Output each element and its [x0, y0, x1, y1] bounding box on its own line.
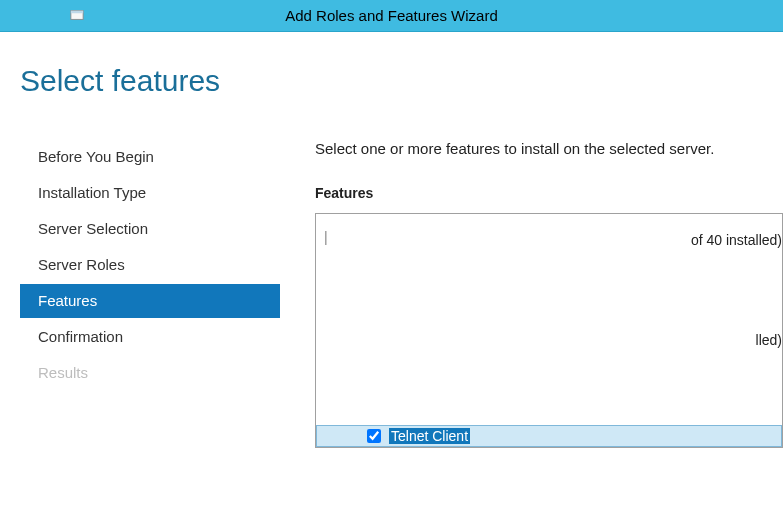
feature-label-telnet-client: Telnet Client: [389, 428, 470, 444]
window-title: Add Roles and Features Wizard: [285, 7, 498, 24]
sidebar-item-label: Confirmation: [38, 328, 123, 345]
sidebar-item-features[interactable]: Features: [20, 284, 280, 318]
sidebar-item-results: Results: [20, 356, 280, 390]
app-icon: [70, 8, 84, 22]
sidebar-item-confirmation[interactable]: Confirmation: [20, 320, 280, 354]
installed-status-fragment: lled): [756, 332, 782, 348]
feature-row-telnet-client[interactable]: Telnet Client: [316, 425, 782, 447]
svg-rect-1: [71, 11, 83, 14]
sidebar-item-label: Features: [38, 292, 97, 309]
text-caret-indicator: |: [324, 230, 328, 244]
wizard-steps-sidebar: Before You Begin Installation Type Serve…: [0, 140, 280, 448]
sidebar-item-before-you-begin[interactable]: Before You Begin: [20, 140, 280, 174]
sidebar-item-label: Installation Type: [38, 184, 146, 201]
feature-checkbox-telnet-client[interactable]: [367, 429, 381, 443]
main-panel: Select one or more features to install o…: [280, 140, 783, 448]
instruction-text: Select one or more features to install o…: [315, 140, 783, 157]
titlebar: Add Roles and Features Wizard: [0, 0, 783, 32]
sidebar-item-label: Results: [38, 364, 88, 381]
sidebar-item-installation-type[interactable]: Installation Type: [20, 176, 280, 210]
features-heading: Features: [315, 185, 783, 201]
features-listbox[interactable]: | of 40 installed) lled) | Telnet Client: [315, 213, 783, 448]
installed-count-fragment: of 40 installed): [691, 232, 782, 248]
sidebar-item-label: Before You Begin: [38, 148, 154, 165]
sidebar-item-server-roles[interactable]: Server Roles: [20, 248, 280, 282]
sidebar-item-label: Server Selection: [38, 220, 148, 237]
page-title: Select features: [0, 32, 783, 98]
sidebar-item-server-selection[interactable]: Server Selection: [20, 212, 280, 246]
content-area: Before You Begin Installation Type Serve…: [0, 140, 783, 448]
sidebar-item-label: Server Roles: [38, 256, 125, 273]
